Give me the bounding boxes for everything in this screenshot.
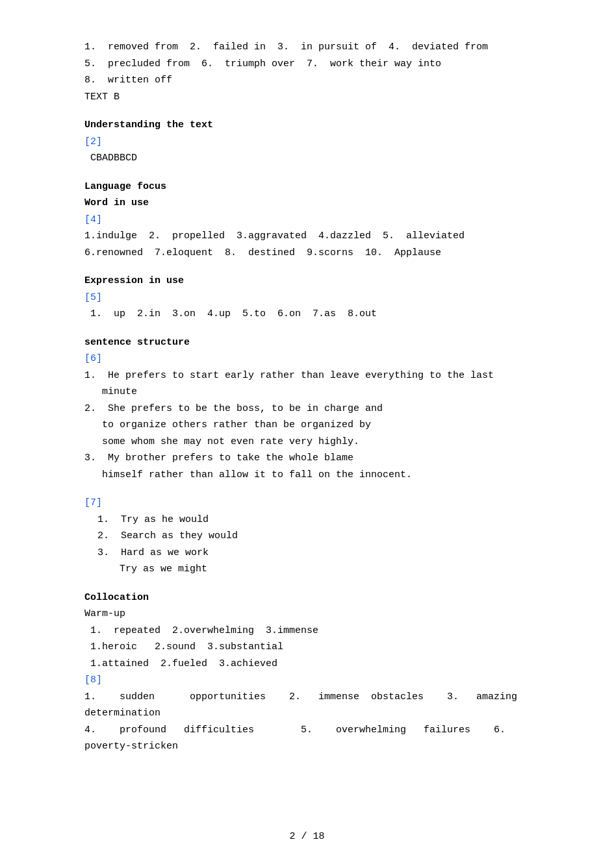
section4-item2: 2. She prefers to be the boss, to be in … [84, 401, 549, 417]
section4-bracket: [6] [84, 351, 549, 367]
section5-line2: 1.heroic 2.sound 3.substantial [84, 639, 549, 656]
section2-line2: 6.renowned 7.eloquent 8. destined 9.scor… [84, 245, 549, 262]
section2-bracket: [4] [84, 212, 549, 229]
section4-item1: 1. He prefers to start early rather than… [84, 367, 549, 384]
line-3: 8. written off [84, 72, 549, 89]
section4-item3b: himself rather than allow it to fall on … [84, 467, 549, 484]
section4-item4: 1. Try as he would [84, 512, 549, 528]
section4-item6: 3. Hard as we work [84, 545, 549, 562]
section2-line1: 1.indulge 2. propelled 3.aggravated 4.da… [84, 228, 549, 245]
section4-bracket2: [7] [84, 495, 549, 512]
page-footer: 2 / 18 [0, 831, 614, 842]
section5-line1: 1. repeated 2.overwhelming 3.immense [84, 623, 549, 639]
section3-bracket: [5] [84, 290, 549, 306]
section2-heading: Language focus [84, 179, 549, 195]
section3-answer: 1. up 2.in 3.on 4.up 5.to 6.on 7.as 8.ou… [84, 306, 549, 323]
section1-heading: Understanding the text [84, 117, 549, 134]
text-b-label: TEXT B [84, 89, 549, 106]
section5-heading: Collocation [84, 589, 549, 606]
section4-item5: 2. Search as they would [84, 528, 549, 545]
section3-heading: Expression in use [84, 273, 549, 290]
section5-item1: 1. sudden opportunities 2. immense obsta… [84, 689, 549, 706]
section5-line3: 1.attained 2.fueled 3.achieved [84, 656, 549, 673]
section4-item2c: some whom she may not even rate very hig… [84, 434, 549, 451]
section4-heading: sentence structure [84, 334, 549, 351]
section2-sub: Word in use [84, 195, 549, 212]
section5-warmup: Warm-up [84, 606, 549, 623]
section4-item1b: minute [84, 384, 549, 401]
page-number: 2 / 18 [289, 831, 324, 842]
section5-item2: 4. profound difficulties 5. overwhelming… [84, 722, 549, 739]
section5-item1b: determination [84, 705, 549, 722]
line-2: 5. precluded from 6. triumph over 7. wor… [84, 56, 549, 73]
section4-item3: 3. My brother prefers to take the whole … [84, 450, 549, 467]
line-1: 1. removed from 2. failed in 3. in pursu… [84, 39, 549, 56]
section1-answer: CBADBBCD [84, 150, 549, 167]
section4-item6b: Try as we might [84, 561, 549, 578]
section4-item2b: to organize others rather than be organi… [84, 417, 549, 434]
page-container: 1. removed from 2. failed in 3. in pursu… [0, 0, 614, 868]
section5-bracket: [8] [84, 672, 549, 689]
section1-bracket: [2] [84, 134, 549, 151]
section5-item2b: poverty-stricken [84, 738, 549, 755]
